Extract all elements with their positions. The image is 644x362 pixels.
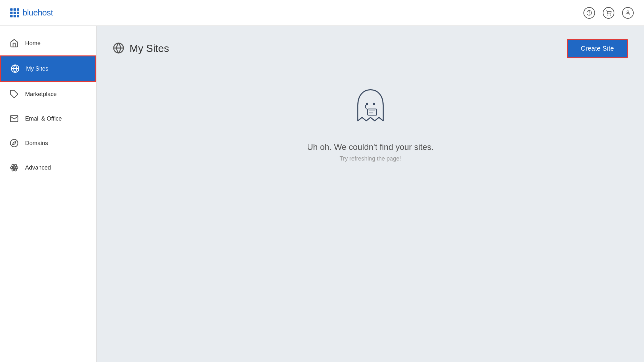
sidebar-item-label-my-sites: My Sites [26, 65, 48, 72]
svg-marker-8 [13, 142, 16, 145]
mail-icon [9, 113, 19, 124]
svg-point-15 [373, 103, 375, 105]
sidebar-item-label-email-office: Email & Office [25, 115, 62, 122]
sidebar-item-label-marketplace: Marketplace [25, 91, 57, 98]
sidebar-item-domains[interactable]: Domains [0, 131, 96, 155]
svg-rect-16 [368, 109, 377, 115]
logo-grid-icon [10, 8, 19, 17]
main-content: My Sites Create Site [97, 26, 644, 362]
svg-point-3 [610, 15, 611, 15]
home-icon [9, 38, 19, 48]
svg-point-7 [10, 139, 18, 147]
logo-text: bluehost [23, 8, 53, 18]
empty-state: Uh oh. We couldn't find your sites. Try … [113, 84, 628, 162]
sidebar-item-marketplace[interactable]: Marketplace [0, 82, 96, 106]
svg-point-4 [627, 11, 629, 13]
empty-state-title: Uh oh. We couldn't find your sites. [307, 142, 434, 152]
create-site-button[interactable]: Create Site [567, 39, 628, 58]
sidebar-item-my-sites[interactable]: My Sites [0, 55, 96, 82]
sidebar: Home My Sites Marketplace Email & [0, 26, 97, 362]
header-icons [583, 7, 634, 19]
wordpress-icon [10, 64, 20, 74]
help-icon[interactable] [583, 7, 595, 19]
atom-icon [9, 162, 19, 173]
sidebar-item-label-advanced: Advanced [25, 164, 51, 171]
sidebar-item-home[interactable]: Home [0, 31, 96, 55]
my-sites-title-icon [113, 42, 124, 55]
header: bluehost [0, 0, 644, 26]
logo[interactable]: bluehost [10, 8, 53, 18]
svg-point-2 [608, 15, 608, 15]
layout: Home My Sites Marketplace Email & [0, 26, 644, 362]
empty-state-subtitle: Try refreshing the page! [340, 155, 401, 162]
page-title: My Sites [130, 43, 169, 54]
ghost-illustration [348, 84, 393, 131]
sidebar-item-label-domains: Domains [25, 140, 48, 147]
user-icon[interactable] [622, 7, 634, 19]
svg-point-1 [589, 14, 590, 14]
cart-icon[interactable] [603, 7, 614, 19]
sidebar-item-label-home: Home [25, 40, 41, 47]
svg-point-9 [14, 167, 15, 169]
tag-icon [9, 89, 19, 99]
main-header: My Sites Create Site [113, 39, 628, 58]
sidebar-item-email-office[interactable]: Email & Office [0, 106, 96, 131]
main-title: My Sites [113, 42, 169, 55]
sidebar-item-advanced[interactable]: Advanced [0, 155, 96, 180]
compass-icon [9, 138, 19, 148]
